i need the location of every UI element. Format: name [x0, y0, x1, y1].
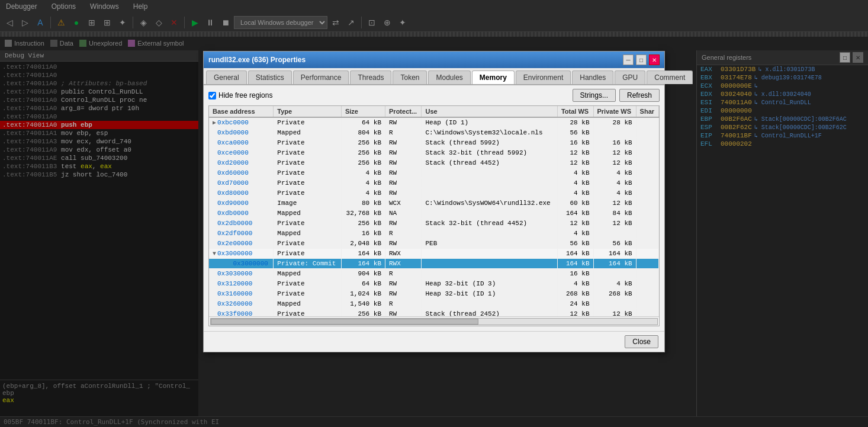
strings-button[interactable]: Strings... [573, 89, 616, 102]
addr-link[interactable]: 0xd20000 [217, 159, 249, 166]
col-protect[interactable]: Protect... [385, 106, 422, 117]
tab-general[interactable]: General [206, 70, 247, 84]
cell-shar [636, 279, 658, 289]
memory-table-scroll[interactable]: Base address Type Size Protect... Use To… [209, 106, 659, 316]
tab-statistics[interactable]: Statistics [248, 70, 292, 84]
cell-shar [636, 158, 658, 168]
table-row[interactable]: 0xd20000 Private 256 kB RW Stack (thread… [209, 158, 659, 168]
table-row[interactable]: 0x3160000 Private 1,024 kB RW Heap 32-bi… [209, 289, 659, 299]
col-size[interactable]: Size [341, 106, 385, 117]
expand-icon [213, 240, 216, 247]
addr-link[interactable]: 0xbd0000 [217, 129, 249, 136]
close-dialog-button[interactable]: Close [625, 335, 658, 348]
table-row[interactable]: 0x2df0000 Mapped 16 kB R 4 kB [209, 229, 659, 239]
addr-link[interactable]: 0x3030000 [217, 270, 252, 277]
addr-link[interactable]: 0x3160000 [217, 290, 252, 297]
dialog-close-btn[interactable]: ✕ [649, 54, 660, 65]
table-row[interactable]: 0x2db0000 Private 256 kB RW Stack 32-bit… [209, 219, 659, 229]
dialog-footer: Close [204, 331, 664, 352]
horizontal-scrollbar[interactable] [209, 316, 659, 326]
col-type[interactable]: Type [274, 106, 342, 117]
addr-link[interactable]: 0xd70000 [217, 179, 249, 187]
addr-link[interactable]: 0x3120000 [217, 280, 252, 287]
cell-use [422, 229, 557, 239]
refresh-button[interactable]: Refresh [619, 89, 660, 102]
tab-handles[interactable]: Handles [572, 70, 613, 84]
cell-use [422, 299, 557, 309]
col-shar[interactable]: Shar [636, 106, 658, 117]
table-row[interactable]: 0xd60000 Private 4 kB RW 4 kB 4 kB [209, 168, 659, 178]
table-row[interactable]: ▶0xbc0000 Private 64 kB RW Heap (ID 1) 2… [209, 117, 659, 128]
tab-performance[interactable]: Performance [293, 70, 349, 84]
table-row[interactable]: 0xdb0000 Mapped 32,768 kB NA 164 kB 84 k… [209, 208, 659, 219]
tab-gpu[interactable]: GPU [615, 70, 645, 84]
table-row[interactable]: 0x3030000 Mapped 904 kB R 16 kB [209, 269, 659, 279]
addr-link[interactable]: 0xd60000 [217, 169, 249, 176]
tab-comment[interactable]: Comment [647, 70, 693, 84]
addr-link[interactable]: 0x3000000 [217, 250, 252, 257]
table-row[interactable]: 0xd70000 Private 4 kB RW 4 kB 4 kB [209, 178, 659, 188]
expand-icon[interactable]: ▶ [213, 120, 216, 126]
hide-free-checkbox-label[interactable]: Hide free regions [208, 91, 272, 99]
dialog-toolbar: Hide free regions Strings... Refresh [204, 85, 664, 105]
hide-free-checkbox[interactable] [208, 92, 216, 99]
cell-total-ws: 164 kB [557, 259, 593, 269]
cell-shar [636, 239, 658, 249]
cell-total-ws: 16 kB [557, 138, 593, 148]
addr-link[interactable]: 0xce0000 [217, 149, 249, 156]
tab-modules[interactable]: Modules [428, 70, 470, 84]
cell-shar [636, 188, 658, 198]
expand-icon [213, 150, 216, 156]
table-row[interactable]: 0xca0000 Private 256 kB RW Stack (thread… [209, 138, 659, 148]
dialog-title: rundll32.exe (636) Properties [208, 56, 306, 64]
table-row[interactable]: ▼0x3000000 Private 164 kB RWX 164 kB 164… [209, 249, 659, 259]
table-row[interactable]: 0xce0000 Private 256 kB RW Stack 32-bit … [209, 148, 659, 158]
table-row[interactable]: 0xd80000 Private 4 kB RW 4 kB 4 kB [209, 188, 659, 198]
cell-total-ws: 28 kB [557, 117, 593, 128]
col-total-ws[interactable]: Total WS [557, 106, 593, 117]
tab-threads[interactable]: Threads [350, 70, 391, 84]
addr-link[interactable]: 0xbc0000 [217, 119, 249, 126]
cell-use: Heap 32-bit (ID 3) [422, 279, 557, 289]
addr-link[interactable]: 0x2db0000 [217, 220, 252, 227]
table-row[interactable]: 0xd90000 Image 80 kB WCX C:\Windows\SysW… [209, 198, 659, 208]
table-row[interactable]: 0xbd0000 Mapped 804 kB R C:\Windows\Syst… [209, 128, 659, 138]
addr-link[interactable]: 0x2df0000 [217, 230, 252, 237]
table-row[interactable]: 0x2e00000 Private 2,048 kB RW PEB 56 kB … [209, 239, 659, 249]
cell-addr: 0xbd0000 [209, 128, 274, 138]
expand-icon[interactable]: ▼ [213, 251, 216, 257]
addr-link[interactable]: 0x3000000 [233, 260, 268, 267]
tab-environment[interactable]: Environment [516, 70, 571, 84]
addr-link[interactable]: 0xd80000 [217, 190, 249, 197]
col-use[interactable]: Use [422, 106, 557, 117]
cell-use: Stack 32-bit (thread 4452) [422, 219, 557, 229]
addr-link[interactable]: 0x3260000 [217, 300, 252, 307]
table-row[interactable]: 0x33f0000 Private 256 kB RW Stack (threa… [209, 309, 659, 317]
cell-type: Mapped [274, 229, 342, 239]
expand-icon [213, 271, 216, 277]
tab-memory[interactable]: Memory [472, 70, 515, 84]
table-row[interactable]: 0x3120000 Private 64 kB RW Heap 32-bit (… [209, 279, 659, 289]
col-private-ws[interactable]: Private WS [593, 106, 636, 117]
table-row[interactable]: 0x3000000 Private: Commit 164 kB RWX 164… [209, 259, 659, 269]
cell-addr: 0x2df0000 [209, 229, 274, 239]
hscroll-bar[interactable] [210, 318, 658, 325]
cell-addr: 0x33f0000 [209, 309, 274, 317]
dialog-minimize-btn[interactable]: ─ [623, 54, 634, 65]
addr-link[interactable]: 0xd90000 [217, 200, 249, 207]
dialog-maximize-btn[interactable]: □ [636, 54, 647, 65]
addr-link[interactable]: 0x33f0000 [217, 310, 252, 316]
cell-use [422, 188, 557, 198]
cell-use: PEB [422, 239, 557, 249]
addr-link[interactable]: 0xdb0000 [217, 210, 249, 217]
table-row[interactable]: 0x3260000 Mapped 1,540 kB R 24 kB [209, 299, 659, 309]
hscroll-thumb[interactable] [211, 319, 478, 325]
cell-use: Stack (thread 5992) [422, 138, 557, 148]
cell-addr: 0xd80000 [209, 188, 274, 198]
modal-overlay: rundll32.exe (636) Properties ─ □ ✕ Gene… [0, 0, 868, 427]
cell-total-ws: 268 kB [557, 289, 593, 299]
tab-token[interactable]: Token [393, 70, 427, 84]
addr-link[interactable]: 0xca0000 [217, 139, 249, 146]
addr-link[interactable]: 0x2e00000 [217, 240, 252, 247]
col-base-address[interactable]: Base address [209, 106, 274, 117]
